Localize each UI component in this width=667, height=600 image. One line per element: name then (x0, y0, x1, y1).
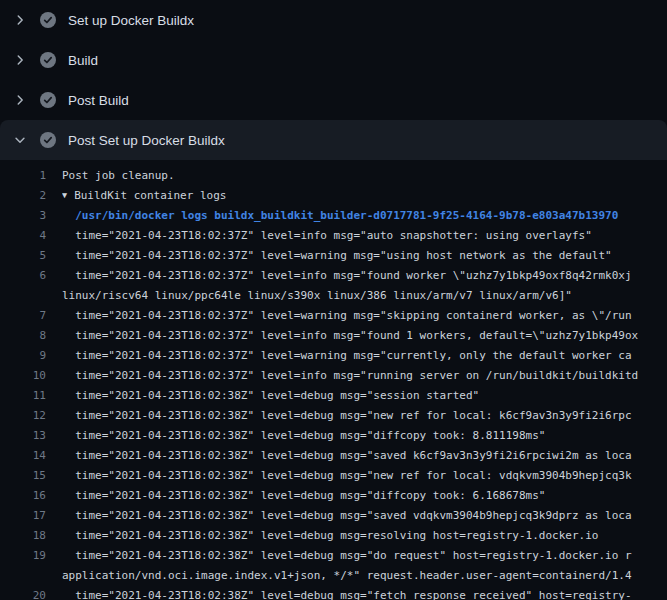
log-line: 3 /usr/bin/docker logs buildx_buildkit_b… (0, 206, 667, 226)
log-line-text: time="2021-04-23T18:02:38Z" level=debug … (62, 446, 667, 466)
log-line: 7 time="2021-04-23T18:02:37Z" level=warn… (0, 306, 667, 326)
log-line-number[interactable]: 13 (0, 426, 62, 446)
log-line: 13 time="2021-04-23T18:02:38Z" level=deb… (0, 426, 667, 446)
log-line: 11 time="2021-04-23T18:02:38Z" level=deb… (0, 386, 667, 406)
chevron-down-icon[interactable] (12, 132, 28, 148)
log-line-text: time="2021-04-23T18:02:38Z" level=debug … (62, 526, 667, 546)
log-line: 17 time="2021-04-23T18:02:38Z" level=deb… (0, 506, 667, 526)
log-line: 20 time="2021-04-23T18:02:38Z" level=deb… (0, 586, 667, 600)
log-area: 1Post job cleanup.2▼BuildKit container l… (0, 160, 667, 600)
step-label: Set up Docker Buildx (68, 13, 194, 28)
log-line-continuation: application/vnd.oci.image.index.v1+json,… (0, 566, 667, 586)
log-line-text: Post job cleanup. (62, 166, 667, 186)
log-line-text: linux/riscv64 linux/ppc64le linux/s390x … (62, 286, 667, 306)
log-line-text: time="2021-04-23T18:02:38Z" level=debug … (62, 406, 667, 426)
log-line-number[interactable]: 3 (0, 206, 62, 226)
log-line-number (0, 566, 62, 586)
step-success-icon (40, 52, 56, 68)
log-line-number[interactable]: 11 (0, 386, 62, 406)
log-line: 10 time="2021-04-23T18:02:37Z" level=inf… (0, 366, 667, 386)
log-line-text: time="2021-04-23T18:02:37Z" level=info m… (62, 366, 667, 386)
step-list: Set up Docker BuildxBuildPost BuildPost … (0, 0, 667, 160)
log-line-text: time="2021-04-23T18:02:37Z" level=info m… (62, 266, 667, 286)
log-line: 15 time="2021-04-23T18:02:38Z" level=deb… (0, 466, 667, 486)
log-line-number[interactable]: 20 (0, 586, 62, 600)
log-line-number[interactable]: 9 (0, 346, 62, 366)
log-line: 1Post job cleanup. (0, 166, 667, 186)
log-line-number (0, 286, 62, 306)
chevron-right-icon[interactable] (12, 52, 28, 68)
log-line-text: time="2021-04-23T18:02:38Z" level=debug … (62, 586, 667, 600)
log-line-text: time="2021-04-23T18:02:38Z" level=debug … (62, 466, 667, 486)
log-line: 16 time="2021-04-23T18:02:38Z" level=deb… (0, 486, 667, 506)
step-row-4[interactable]: Post Set up Docker Buildx (0, 120, 667, 160)
log-line: 12 time="2021-04-23T18:02:38Z" level=deb… (0, 406, 667, 426)
log-line: 18 time="2021-04-23T18:02:38Z" level=deb… (0, 526, 667, 546)
log-line-number[interactable]: 5 (0, 246, 62, 266)
step-success-icon (40, 92, 56, 108)
log-line-continuation: linux/riscv64 linux/ppc64le linux/s390x … (0, 286, 667, 306)
step-row-1[interactable]: Set up Docker Buildx (0, 0, 667, 40)
log-line-text: time="2021-04-23T18:02:38Z" level=debug … (62, 386, 667, 406)
log-command-text: /usr/bin/docker logs buildx_buildkit_bui… (62, 206, 667, 226)
log-line-text: time="2021-04-23T18:02:37Z" level=warnin… (62, 346, 667, 366)
step-row-2[interactable]: Build (0, 40, 667, 80)
log-line: 2▼BuildKit container logs (0, 186, 667, 206)
log-line: 5 time="2021-04-23T18:02:37Z" level=warn… (0, 246, 667, 266)
log-line-text: ▼BuildKit container logs (62, 186, 667, 206)
chevron-right-icon[interactable] (12, 92, 28, 108)
log-line: 9 time="2021-04-23T18:02:37Z" level=warn… (0, 346, 667, 366)
log-line-number[interactable]: 15 (0, 466, 62, 486)
log-line-text: time="2021-04-23T18:02:38Z" level=debug … (62, 506, 667, 526)
group-expanded-toggle-icon[interactable]: ▼ (62, 186, 67, 205)
step-label: Build (68, 53, 98, 68)
step-row-3[interactable]: Post Build (0, 80, 667, 120)
step-success-icon (40, 12, 56, 28)
log-line-number[interactable]: 1 (0, 166, 62, 186)
log-line-number[interactable]: 10 (0, 366, 62, 386)
step-label: Post Set up Docker Buildx (68, 133, 225, 148)
log-line-text: time="2021-04-23T18:02:38Z" level=debug … (62, 546, 667, 566)
log-line-text: time="2021-04-23T18:02:37Z" level=info m… (62, 226, 667, 246)
log-line: 19 time="2021-04-23T18:02:38Z" level=deb… (0, 546, 667, 566)
step-success-icon (40, 132, 56, 148)
log-line: 6 time="2021-04-23T18:02:37Z" level=info… (0, 266, 667, 286)
log-line-number[interactable]: 4 (0, 226, 62, 246)
log-line-text: time="2021-04-23T18:02:37Z" level=warnin… (62, 246, 667, 266)
log-line: 14 time="2021-04-23T18:02:38Z" level=deb… (0, 446, 667, 466)
log-line-number[interactable]: 14 (0, 446, 62, 466)
log-line: 8 time="2021-04-23T18:02:37Z" level=info… (0, 326, 667, 346)
log-line-number[interactable]: 18 (0, 526, 62, 546)
step-label: Post Build (68, 93, 129, 108)
log-line-text: time="2021-04-23T18:02:38Z" level=debug … (62, 486, 667, 506)
log-line-number[interactable]: 8 (0, 326, 62, 346)
log-line-number[interactable]: 16 (0, 486, 62, 506)
log-line-number[interactable]: 6 (0, 266, 62, 286)
log-line-text: application/vnd.oci.image.index.v1+json,… (62, 566, 667, 586)
chevron-right-icon[interactable] (12, 12, 28, 28)
log-line-number[interactable]: 17 (0, 506, 62, 526)
log-line-number[interactable]: 19 (0, 546, 62, 566)
log-line-number[interactable]: 2 (0, 186, 62, 206)
log-line: 4 time="2021-04-23T18:02:37Z" level=info… (0, 226, 667, 246)
log-line-text: time="2021-04-23T18:02:38Z" level=debug … (62, 426, 667, 446)
log-line-text: time="2021-04-23T18:02:37Z" level=info m… (62, 326, 667, 346)
log-line-text: time="2021-04-23T18:02:37Z" level=warnin… (62, 306, 667, 326)
log-line-number[interactable]: 12 (0, 406, 62, 426)
log-line-number[interactable]: 7 (0, 306, 62, 326)
actions-log-viewer: Set up Docker BuildxBuildPost BuildPost … (0, 0, 667, 600)
